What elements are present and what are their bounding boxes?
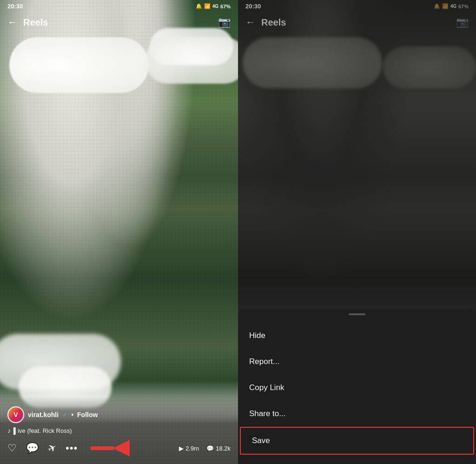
- page-title-right: Reels: [261, 17, 286, 28]
- nav-left-right: ← Reels: [245, 16, 286, 28]
- cloud-right-panel: [243, 37, 382, 88]
- views-icon: ▶: [179, 445, 184, 452]
- lte-icon-right: 4G: [450, 4, 456, 9]
- page-title-left: Reels: [23, 17, 48, 28]
- music-info: ♪ ▌ive (feat. Rick Ross): [7, 427, 231, 434]
- left-header: 20:30 🔔 📶 4G 67% ← Reels 📷: [0, 0, 238, 32]
- cloud-right-panel2: [383, 46, 476, 88]
- comments-icon: 💬: [206, 445, 214, 452]
- status-bar-right: 20:30 🔔 📶 4G 67%: [238, 0, 476, 13]
- report-option[interactable]: Report...: [238, 349, 476, 375]
- comments-stat: 💬 18.2k: [206, 445, 231, 452]
- battery-icon-right: 67%: [458, 4, 469, 9]
- share-button[interactable]: ✈: [46, 441, 59, 456]
- bottom-sheet: Hide Report... Copy Link Share to... Sav…: [238, 309, 476, 464]
- follow-button[interactable]: Follow: [77, 411, 98, 418]
- like-button[interactable]: ♡: [7, 442, 17, 454]
- signal-icon-right: 📶: [442, 3, 449, 9]
- back-button-right[interactable]: ←: [245, 16, 256, 28]
- left-panel: 20:30 🔔 📶 4G 67% ← Reels 📷 V virat.kohli…: [0, 0, 238, 464]
- nav-bar-right: ← Reels 📷: [238, 13, 476, 32]
- music-text: ▌ive (feat. Rick Ross): [13, 427, 72, 434]
- views-stat: ▶ 2.9m: [179, 445, 199, 452]
- save-option[interactable]: Save: [240, 427, 474, 455]
- right-panel: 20:30 🔔 📶 4G 67% ← Reels 📷 Hide Report..…: [238, 0, 476, 464]
- status-icons-right: 🔔 📶 4G 67%: [434, 3, 469, 9]
- sheet-handle: [349, 313, 365, 315]
- camera-button-right[interactable]: 📷: [456, 16, 469, 28]
- nav-bar-left: ← Reels 📷: [0, 13, 238, 32]
- arrow-shaft: [91, 446, 114, 450]
- avatar-letter: V: [13, 411, 18, 418]
- music-icon: ♪: [7, 427, 11, 434]
- right-header: 20:30 🔔 📶 4G 67% ← Reels 📷: [238, 0, 476, 32]
- hide-option[interactable]: Hide: [238, 323, 476, 349]
- share-to-option[interactable]: Share to...: [238, 401, 476, 427]
- verified-icon: ✓: [62, 411, 67, 418]
- arrow-indicator: [91, 440, 130, 457]
- user-info: V virat.kohli ✓ • Follow: [7, 406, 231, 423]
- stats-right: ▶ 2.9m 💬 18.2k: [179, 445, 231, 452]
- lte-icon: 4G: [212, 4, 218, 9]
- cloud-top-left: [9, 37, 149, 93]
- nav-left: ← Reels: [7, 16, 48, 28]
- dot-separator: •: [71, 411, 73, 418]
- cloud-top-right2: [145, 37, 238, 84]
- red-arrow-head: [113, 440, 130, 457]
- username[interactable]: virat.kohli: [28, 411, 59, 418]
- bottom-overlay-left: V virat.kohli ✓ • Follow ♪ ▌ive (feat. R…: [0, 397, 238, 464]
- signal-icon: 📶: [204, 3, 211, 9]
- status-bar-left: 20:30 🔔 📶 4G 67%: [0, 0, 238, 13]
- camera-button-left[interactable]: 📷: [218, 16, 231, 28]
- more-options-button[interactable]: •••: [66, 442, 78, 454]
- comment-button[interactable]: 💬: [26, 442, 39, 454]
- alarm-icon: 🔔: [196, 3, 202, 9]
- action-bar: ♡ 💬 ✈ ••• ▶ 2.9m 💬 18.2k: [7, 440, 231, 457]
- copy-link-option[interactable]: Copy Link: [238, 375, 476, 401]
- battery-icon: 67%: [220, 4, 231, 9]
- comments-count: 18.2k: [216, 445, 231, 452]
- time-right: 20:30: [245, 3, 261, 10]
- status-icons-left: 🔔 📶 4G 67%: [196, 3, 231, 9]
- views-count: 2.9m: [185, 445, 199, 452]
- time-left: 20:30: [7, 3, 23, 10]
- avatar: V: [7, 406, 24, 423]
- back-button-left[interactable]: ←: [7, 16, 18, 28]
- alarm-icon-right: 🔔: [434, 3, 440, 9]
